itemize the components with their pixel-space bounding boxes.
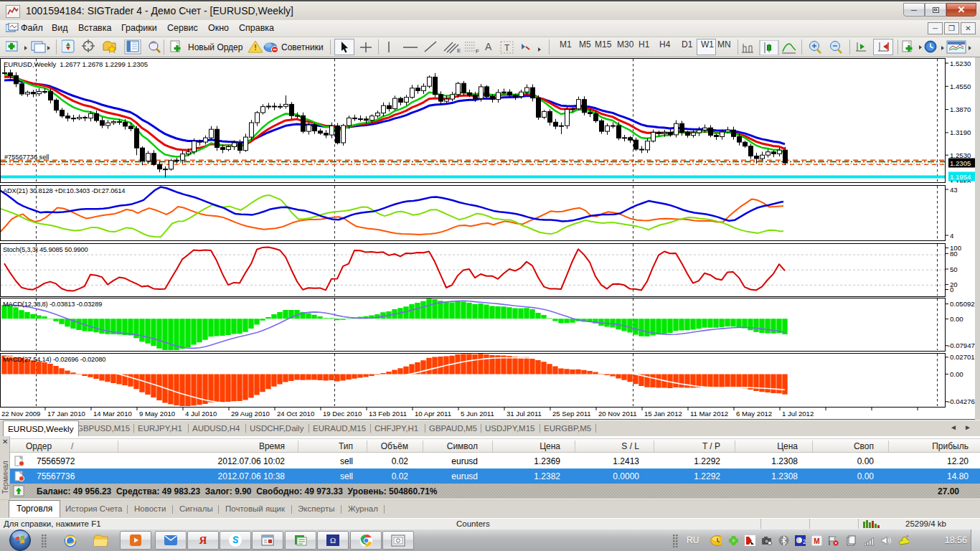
svg-text:1.2530: 1.2530 — [950, 151, 971, 159]
svg-text:11 Mar 2012: 11 Mar 2012 — [690, 410, 728, 418]
svg-text:T: T — [504, 43, 510, 53]
svg-text:5 Jun 2011: 5 Jun 2011 — [461, 410, 494, 418]
svg-text:31 Jul 2011: 31 Jul 2011 — [507, 410, 542, 418]
svg-text:E: E — [457, 47, 461, 54]
svg-text:Stoch(5,3,3) 45.9085 50.9900: Stoch(5,3,3) 45.9085 50.9900 — [3, 245, 88, 253]
svg-text:17 Jan 2010: 17 Jan 2010 — [47, 410, 85, 418]
svg-text:24 Oct 2010: 24 Oct 2010 — [277, 410, 314, 418]
svg-text:6 May 2012: 6 May 2012 — [736, 410, 772, 418]
svg-text:10 Apr 2011: 10 Apr 2011 — [415, 410, 451, 418]
svg-text:1.3870: 1.3870 — [950, 105, 971, 113]
svg-text:0.02701: 0.02701 — [950, 353, 975, 361]
svg-text:22 Nov 2009: 22 Nov 2009 — [1, 410, 40, 418]
svg-text:-0.07947: -0.07947 — [948, 342, 975, 349]
svg-text:0: 0 — [950, 286, 953, 293]
svg-text:1.4550: 1.4550 — [950, 83, 971, 90]
svg-text:-0.04276: -0.04276 — [948, 397, 975, 405]
svg-text:0.00: 0.00 — [950, 315, 963, 323]
svg-text:1.2305: 1.2305 — [950, 159, 971, 167]
svg-text:0.00: 0.00 — [950, 370, 963, 378]
svg-text:M: M — [814, 537, 819, 545]
svg-text:29 Aug 2010: 29 Aug 2010 — [231, 410, 270, 418]
svg-text:20 Nov 2011: 20 Nov 2011 — [598, 410, 637, 418]
svg-text:2: 2 — [803, 538, 806, 545]
svg-text:1.5230: 1.5230 — [950, 60, 971, 67]
svg-text:!: ! — [254, 43, 257, 52]
svg-text:1.3190: 1.3190 — [950, 128, 971, 136]
svg-text:13 Feb 2011: 13 Feb 2011 — [369, 410, 407, 418]
svg-text:F: F — [476, 48, 479, 54]
svg-text:MACD(27,54,14) -0.02696 -0.020: MACD(27,54,14) -0.02696 -0.02080 — [3, 355, 105, 363]
svg-text:43: 43 — [950, 186, 958, 194]
svg-text:#75567736 sell: #75567736 sell — [4, 154, 49, 161]
svg-text:80: 80 — [950, 250, 958, 258]
svg-text:ADX(21) 30.8128 +DI:10.3403 -D: ADX(21) 30.8128 +DI:10.3403 -DI:27.0614 — [3, 187, 125, 194]
svg-text:4: 4 — [950, 232, 954, 240]
svg-text:9 May 2010: 9 May 2010 — [139, 410, 175, 418]
svg-text:15 Jan 2012: 15 Jan 2012 — [644, 410, 682, 418]
svg-text:0.05092: 0.05092 — [950, 300, 975, 308]
svg-text:Ω: Ω — [330, 536, 336, 545]
svg-text:4 Jul 2010: 4 Jul 2010 — [185, 410, 217, 418]
svg-text:14 Mar 2010: 14 Mar 2010 — [93, 410, 132, 418]
svg-text:25 Sep 2011: 25 Sep 2011 — [552, 410, 591, 418]
svg-text:50: 50 — [950, 265, 958, 273]
svg-text:MACD(12,38,8) -0.03813 -0.0328: MACD(12,38,8) -0.03813 -0.03289 — [3, 300, 102, 308]
svg-text:1 Jul 2012: 1 Jul 2012 — [782, 410, 814, 418]
svg-text:EURUSD,Weekly 1.2677 1.2678 1: EURUSD,Weekly 1.2677 1.2678 1.2299 1.230… — [4, 60, 148, 68]
svg-text:19 Dec 2010: 19 Dec 2010 — [323, 410, 362, 418]
